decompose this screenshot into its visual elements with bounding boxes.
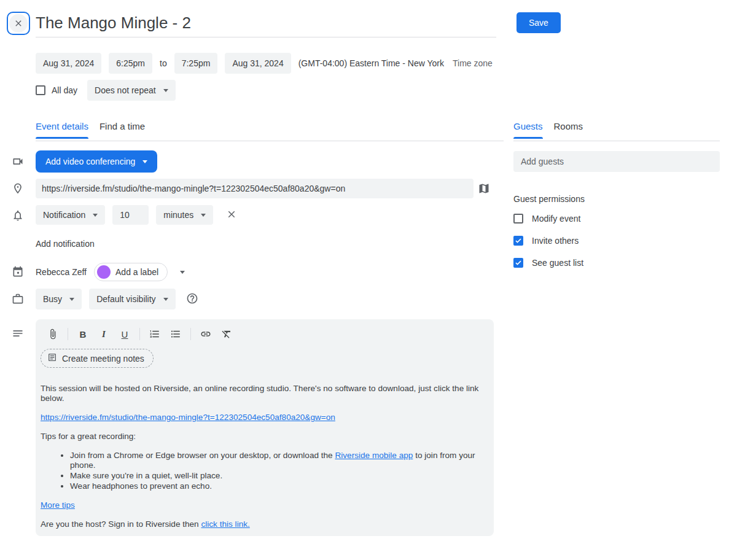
host-link[interactable]: click this link.: [201, 519, 249, 529]
timezone-button[interactable]: Time zone: [453, 58, 493, 68]
visibility-value: Default visibility: [96, 294, 155, 304]
notification-minutes-input[interactable]: 10: [112, 205, 149, 225]
guests-tabs: Guests Rooms: [513, 121, 583, 139]
datetime-row: Aug 31, 2024 6:25pm to 7:25pm Aug 31, 20…: [36, 53, 493, 74]
underline-button[interactable]: U: [119, 328, 131, 340]
recurrence-value: Does not repeat: [95, 85, 156, 95]
clear-formatting-icon[interactable]: [220, 328, 233, 340]
busy-visibility-row: Busy Default visibility: [36, 289, 199, 309]
notification-type-value: Notification: [43, 210, 85, 220]
notification-unit-value: minutes: [163, 210, 193, 220]
permission-label: Modify event: [532, 214, 580, 224]
attachment-icon[interactable]: [47, 328, 59, 340]
tab-guests[interactable]: Guests: [513, 121, 543, 139]
toolbar-divider: [139, 328, 140, 340]
event-title-input[interactable]: The Mango Mingle - 2: [36, 14, 191, 33]
editor-toolbar: B I U: [36, 319, 494, 340]
tips-heading: Tips for a great recording:: [41, 432, 484, 441]
close-button[interactable]: [7, 12, 30, 35]
notification-row: Notification 10 minutes: [36, 205, 239, 225]
video-button-label: Add video conferencing: [45, 157, 135, 166]
to-label: to: [160, 58, 167, 68]
description-paragraph: This session will be hosted on Riverside…: [41, 384, 484, 403]
permission-label: Invite others: [532, 236, 579, 246]
all-day-label: All day: [52, 85, 77, 95]
insert-link-icon[interactable]: [200, 328, 212, 340]
permission-row: See guest list: [513, 258, 583, 268]
visibility-dropdown[interactable]: Default visibility: [89, 289, 175, 309]
permission-checkbox-2[interactable]: [513, 258, 523, 268]
meeting-notes-label: Create meeting notes: [62, 354, 144, 364]
save-button[interactable]: Save: [517, 12, 561, 33]
chevron-down-icon: [163, 89, 168, 92]
close-icon: [9, 14, 28, 33]
permission-checkbox-1[interactable]: [513, 236, 523, 246]
add-guests-input[interactable]: [513, 151, 720, 172]
mobile-app-link[interactable]: Riverside mobile app: [335, 451, 413, 460]
briefcase-icon: [12, 293, 24, 305]
description-lines-icon: [12, 327, 24, 340]
numbered-list-icon[interactable]: [149, 328, 161, 340]
busy-status-value: Busy: [43, 294, 62, 304]
video-camera-icon: [12, 155, 24, 168]
permission-row: Invite others: [513, 236, 579, 246]
chevron-down-icon: [93, 214, 98, 217]
notification-type-dropdown[interactable]: Notification: [36, 205, 105, 225]
map-icon[interactable]: [478, 182, 490, 195]
tab-rooms[interactable]: Rooms: [554, 121, 583, 139]
location-input[interactable]: [36, 179, 474, 198]
permission-label: See guest list: [532, 258, 583, 268]
create-meeting-notes-button[interactable]: Create meeting notes: [41, 349, 154, 368]
remove-notification-button[interactable]: [224, 208, 239, 222]
list-item: Join from a Chrome or Edge browser on yo…: [70, 451, 484, 470]
description-editor[interactable]: B I U Create meeting notes: [36, 319, 494, 536]
calendar-icon: [12, 266, 24, 278]
end-date-chip[interactable]: Aug 31, 2024: [225, 53, 290, 74]
add-label-text: Add a label: [115, 267, 158, 277]
help-icon[interactable]: [185, 292, 199, 306]
chevron-down-icon: [69, 298, 74, 301]
chevron-down-icon: [163, 298, 168, 301]
calendar-owner-name: Rebecca Zeff: [36, 267, 87, 277]
all-day-row: All day Does not repeat: [36, 80, 176, 101]
tips-list: Join from a Chrome or Edge browser on yo…: [41, 451, 484, 491]
bold-button[interactable]: B: [77, 328, 89, 340]
bulleted-list-icon[interactable]: [170, 328, 182, 340]
add-label-button[interactable]: Add a label: [94, 263, 168, 281]
chevron-down-icon: [142, 160, 147, 163]
start-date-chip[interactable]: Aug 31, 2024: [36, 53, 101, 74]
details-tabs: Event details Find a time: [36, 121, 145, 139]
list-item: Make sure you're in a quiet, well-lit pl…: [70, 471, 484, 481]
bell-icon: [12, 209, 24, 222]
chevron-down-icon[interactable]: [180, 271, 185, 274]
tab-find-a-time[interactable]: Find a time: [99, 121, 145, 139]
toolbar-divider: [68, 328, 68, 340]
busy-status-dropdown[interactable]: Busy: [36, 289, 82, 309]
end-time-chip[interactable]: 7:25pm: [174, 53, 218, 74]
add-video-conferencing-button[interactable]: Add video conferencing: [36, 150, 157, 173]
studio-link[interactable]: https://riverside.fm/studio/the-mango-mi…: [41, 413, 335, 422]
add-notification-button[interactable]: Add notification: [36, 239, 95, 249]
title-underline: [36, 37, 496, 37]
event-edit-page: The Mango Mingle - 2 Save Aug 31, 2024 6…: [0, 0, 729, 560]
tabs-divider-left: [36, 141, 504, 141]
notification-unit-dropdown[interactable]: minutes: [156, 205, 213, 225]
tabs-divider-right: [513, 141, 720, 141]
more-tips-link[interactable]: More tips: [41, 500, 75, 510]
host-line: Are you the host? Sign in to Riverside t…: [41, 519, 484, 529]
start-time-chip[interactable]: 6:25pm: [109, 53, 152, 74]
permission-row: Modify event: [513, 214, 580, 224]
calendar-row: Rebecca Zeff Add a label: [36, 263, 185, 281]
list-item: Wear headphones to prevent an echo.: [70, 481, 484, 491]
chevron-down-icon: [201, 214, 206, 217]
timezone-value: (GMT-04:00) Eastern Time - New York: [298, 58, 444, 68]
recurrence-dropdown[interactable]: Does not repeat: [87, 80, 176, 101]
permission-checkbox-0[interactable]: [513, 214, 523, 224]
tab-event-details[interactable]: Event details: [36, 121, 88, 139]
toolbar-divider: [190, 328, 191, 340]
location-pin-icon: [12, 182, 24, 195]
italic-button[interactable]: I: [98, 328, 110, 340]
description-text[interactable]: This session will be hosted on Riverside…: [36, 368, 494, 529]
all-day-checkbox[interactable]: [36, 85, 45, 95]
meeting-notes-icon: [47, 352, 57, 364]
